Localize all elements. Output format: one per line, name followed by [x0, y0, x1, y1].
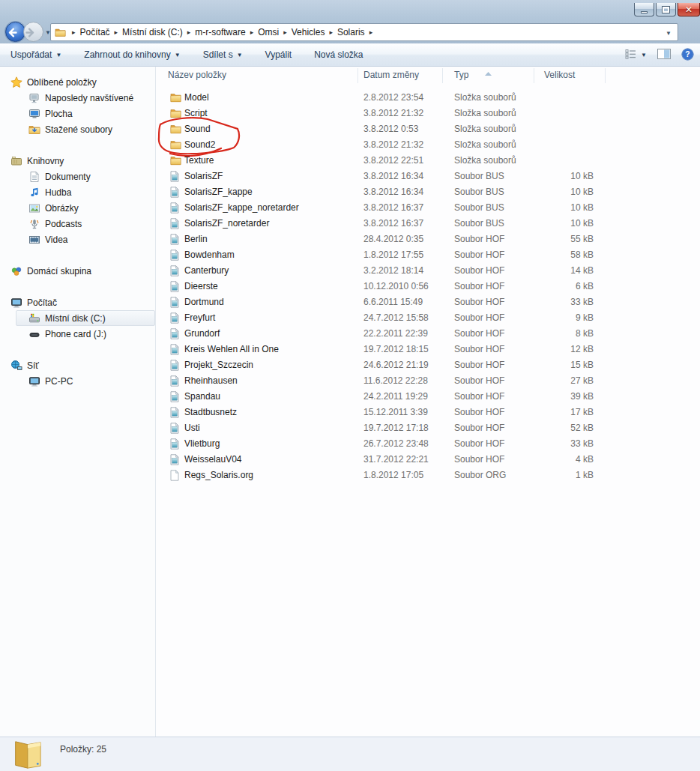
file-name: Model: [184, 90, 209, 106]
videos-icon: [28, 234, 40, 246]
breadcrumb-item[interactable]: Omsi: [258, 27, 279, 37]
table-row[interactable]: Freyfurt24.7.2012 15:58Soubor HOF9 kB: [156, 310, 700, 326]
breadcrumb-separator-icon: ▸: [67, 28, 80, 36]
forward-button[interactable]: [23, 22, 43, 42]
toolbar-button[interactable]: Sdílet s▼: [203, 49, 243, 60]
breadcrumb-item[interactable]: Solaris: [337, 27, 365, 37]
file-type: Soubor HOF: [454, 247, 504, 263]
sidebar-item-plocha[interactable]: Plocha: [0, 106, 155, 121]
file-date: 28.4.2012 0:35: [363, 232, 423, 247]
change-view-button[interactable]: ▼: [625, 49, 647, 61]
views-icon: [625, 49, 637, 61]
table-row[interactable]: Texture3.8.2012 22:51Složka souborů: [156, 153, 700, 169]
sidebar-item-label: Videa: [45, 235, 67, 245]
breadcrumb-item[interactable]: Místní disk (C:): [122, 27, 183, 37]
breadcrumb-item[interactable]: Počítač: [80, 27, 110, 37]
sidebar-group-pocitac[interactable]: Počítač: [0, 294, 155, 310]
sidebar-item-obrazky[interactable]: Obrázky: [0, 200, 155, 216]
file-size: 39 kB: [534, 389, 594, 405]
back-button[interactable]: [5, 22, 25, 42]
table-row[interactable]: Usti19.7.2012 17:18Soubor HOF52 kB: [156, 420, 700, 436]
column-header-type[interactable]: Typ: [454, 70, 468, 80]
table-row[interactable]: Berlin28.4.2012 0:35Soubor HOF55 kB: [156, 232, 700, 247]
file-type: Soubor HOF: [454, 420, 504, 436]
table-row[interactable]: Projekt_Szczecin24.6.2012 21:19Soubor HO…: [156, 357, 700, 373]
sidebar-item-videa[interactable]: Videa: [0, 232, 155, 247]
sidebar-item-podcasts[interactable]: Podcasts: [0, 216, 155, 232]
table-row[interactable]: SolarisZF_noretarder3.8.2012 16:37Soubor…: [156, 216, 700, 232]
file-icon: [170, 218, 179, 229]
column-header-size[interactable]: Velikost: [544, 70, 575, 80]
column-header-date[interactable]: Datum změny: [363, 70, 419, 80]
file-name: Spandau: [184, 389, 220, 405]
sidebar-item-dokumenty[interactable]: Dokumenty: [0, 169, 155, 184]
table-row[interactable]: Stadtbusnetz15.12.2011 3:39Soubor HOF17 …: [156, 405, 700, 420]
table-row[interactable]: Script3.8.2012 21:32Složka souborů: [156, 106, 700, 121]
sidebar-item-label: Phone card (J:): [45, 329, 106, 339]
file-type: Soubor BUS: [454, 200, 504, 216]
breadcrumb-item[interactable]: m-r-software: [195, 27, 245, 37]
sidebar-item-pc-pc[interactable]: PC-PC: [0, 373, 155, 389]
file-type: Složka souborů: [454, 137, 516, 153]
table-row[interactable]: Canterbury3.2.2012 18:14Soubor HOF14 kB: [156, 263, 700, 279]
file-date: 24.6.2012 21:19: [363, 357, 429, 373]
sidebar-item-stazene-soubory[interactable]: Stažené soubory: [0, 121, 155, 137]
sidebar-item-naposledy-navstivene[interactable]: Naposledy navštívené: [0, 90, 155, 106]
sidebar-group-sit[interactable]: Síť: [0, 357, 155, 373]
table-row[interactable]: Grundorf22.2.2011 22:39Soubor HOF8 kB: [156, 326, 700, 342]
file-type: Soubor HOF: [454, 405, 504, 420]
close-button[interactable]: ✕: [678, 3, 700, 16]
table-row[interactable]: SolarisZF3.8.2012 16:34Soubor BUS10 kB: [156, 169, 700, 184]
table-row[interactable]: Kreis Wehlen All in One19.7.2012 18:15So…: [156, 342, 700, 357]
pictures-icon: [28, 202, 40, 214]
network-icon: [10, 360, 22, 372]
help-button[interactable]: ?: [681, 48, 694, 63]
close-icon: ✕: [685, 4, 693, 15]
file-type: Soubor HOF: [454, 294, 504, 310]
breadcrumb-item[interactable]: Vehicles: [292, 27, 325, 37]
file-type: Soubor HOF: [454, 326, 504, 342]
file-size: 33 kB: [534, 436, 594, 452]
toolbar-button[interactable]: Nová složka: [314, 49, 363, 60]
sidebar-item-hudba[interactable]: Hudba: [0, 184, 155, 200]
sidebar-item-phone-card-j[interactable]: Phone card (J:): [0, 326, 155, 342]
toolbar-button[interactable]: Zahrnout do knihovny▼: [84, 49, 180, 60]
address-dropdown-icon[interactable]: ▼: [666, 30, 672, 37]
sidebar-item-label: Podcasts: [45, 219, 82, 229]
table-row[interactable]: Dieerste10.12.2010 0:56Soubor HOF6 kB: [156, 279, 700, 294]
toolbar-button[interactable]: Vypálit: [265, 49, 292, 60]
column-header-name[interactable]: Název položky: [168, 70, 226, 80]
file-name: SolarisZF: [184, 169, 223, 184]
table-row[interactable]: WeisselauV0431.7.2012 22:21Soubor HOF4 k…: [156, 452, 700, 468]
file-icon: [170, 281, 179, 292]
table-row[interactable]: Spandau24.2.2011 19:29Soubor HOF39 kB: [156, 389, 700, 405]
table-row[interactable]: SolarisZF_kappe3.8.2012 16:34Soubor BUS1…: [156, 184, 700, 200]
file-size: 55 kB: [534, 232, 594, 247]
file-list: Název položky Datum změny Typ Velikost M…: [156, 67, 700, 737]
sidebar-group-knihovny[interactable]: Knihovny: [0, 153, 155, 169]
maximize-button[interactable]: [656, 3, 676, 16]
table-row[interactable]: Sound3.8.2012 0:53Složka souborů: [156, 121, 700, 137]
table-row[interactable]: Vlietburg26.7.2012 23:48Soubor HOF33 kB: [156, 436, 700, 452]
sidebar-group-oblibene-polozky[interactable]: Oblíbené položky: [0, 74, 155, 90]
preview-pane-button[interactable]: [657, 49, 671, 61]
table-row[interactable]: SolarisZF_kappe_noretarder3.8.2012 16:37…: [156, 200, 700, 216]
sidebar-group-domaci-skupina[interactable]: Domácí skupina: [0, 263, 155, 279]
desktop-icon: [28, 108, 40, 120]
table-row[interactable]: Regs_Solaris.org1.8.2012 17:05Soubor ORG…: [156, 468, 700, 483]
file-name: Texture: [184, 153, 214, 169]
sidebar-item-label: Místní disk (C:): [45, 313, 106, 324]
breadcrumb-separator-icon[interactable]: ▸: [365, 28, 378, 36]
table-row[interactable]: Rheinhausen11.6.2012 22:28Soubor HOF27 k…: [156, 373, 700, 389]
minimize-button[interactable]: [634, 3, 654, 16]
file-size: 4 kB: [534, 452, 594, 468]
toolbar-button[interactable]: Uspořádat▼: [10, 49, 61, 60]
table-row[interactable]: Dortmund6.6.2011 15:49Soubor HOF33 kB: [156, 294, 700, 310]
table-row[interactable]: Bowdenham1.8.2012 17:55Soubor HOF58 kB: [156, 247, 700, 263]
file-type: Soubor HOF: [454, 357, 504, 373]
file-name: Dieerste: [184, 279, 218, 294]
sidebar-item-mistni-disk-c[interactable]: Místní disk (C:): [16, 310, 155, 326]
table-row[interactable]: Sound23.8.2012 21:32Složka souborů: [156, 137, 700, 153]
address-bar[interactable]: ▸Počítač▸Místní disk (C:)▸m-r-software▸O…: [50, 23, 678, 41]
table-row[interactable]: Model2.8.2012 23:54Složka souborů: [156, 90, 700, 106]
